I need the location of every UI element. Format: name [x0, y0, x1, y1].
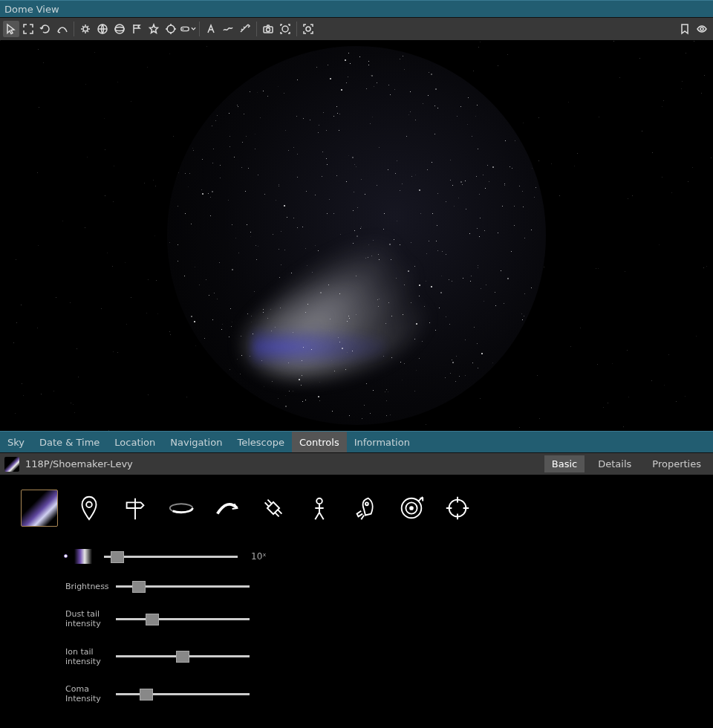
subtab-details[interactable]: Details [590, 455, 639, 472]
dome-viewport[interactable] [0, 40, 713, 431]
measure-tool[interactable] [237, 21, 253, 37]
rocket-icon[interactable] [351, 493, 380, 523]
svg-point-19 [410, 507, 413, 510]
gamepad-icon[interactable] [180, 21, 196, 37]
object-name: 118P/Shoemaker-Levy [25, 458, 133, 469]
scale-slider[interactable] [104, 556, 238, 558]
brightness-slider-row: Brightness [65, 582, 692, 591]
scale-slider-row: 10ˣ [65, 549, 692, 564]
object-bar: 118P/Shoemaker-Levy Basic Details Proper… [0, 453, 713, 475]
orbit-icon[interactable] [166, 493, 196, 523]
comet-thumbnail-large[interactable] [21, 490, 58, 527]
signpost-icon[interactable] [120, 493, 150, 523]
fullscreen-tool[interactable] [20, 21, 36, 37]
dust-slider-row: Dust tail intensity [65, 609, 692, 628]
dust-slider[interactable] [116, 618, 250, 620]
path-tool[interactable] [54, 21, 71, 37]
scale-slider-icon [65, 549, 95, 564]
tab-sky[interactable]: Sky [0, 432, 32, 452]
subtab-basic[interactable]: Basic [544, 455, 585, 472]
svg-point-8 [282, 26, 288, 32]
svg-point-11 [86, 501, 92, 507]
comet-dust-tail [234, 239, 457, 388]
eye-icon[interactable] [694, 21, 710, 37]
subtab-properties[interactable]: Properties [645, 455, 709, 472]
svg-point-10 [700, 27, 703, 30]
window-titlebar: Dome View [0, 0, 713, 18]
dome-sky [167, 46, 546, 425]
controls-panel: 10ˣ Brightness Dust tail intensity Ion t… [0, 475, 713, 728]
person-pin-icon[interactable] [305, 493, 334, 523]
tab-navigation[interactable]: Navigation [163, 432, 229, 452]
pointer-tool[interactable] [3, 21, 19, 37]
svg-point-7 [267, 28, 270, 32]
window-title: Dome View [4, 4, 59, 15]
object-thumbnail[interactable] [4, 457, 19, 472]
location-pin-icon[interactable] [74, 493, 104, 523]
camera-frame-icon[interactable] [277, 21, 293, 37]
scale-value: 10ˣ [251, 551, 267, 562]
svg-point-15 [316, 498, 322, 504]
select-focus-icon[interactable] [300, 21, 316, 37]
svg-point-0 [83, 27, 88, 31]
svg-point-3 [115, 27, 124, 31]
target-icon[interactable] [397, 493, 426, 523]
svg-rect-14 [267, 502, 279, 514]
tab-information[interactable]: Information [347, 432, 417, 452]
control-icon-row [21, 490, 692, 527]
svg-point-16 [365, 502, 368, 505]
sketch-tool[interactable] [220, 21, 236, 37]
dust-label: Dust tail intensity [65, 609, 107, 628]
tab-location[interactable]: Location [107, 432, 163, 452]
svg-point-4 [167, 25, 175, 33]
tab-datetime[interactable]: Date & Time [32, 432, 107, 452]
camera-icon[interactable] [260, 21, 276, 37]
coma-slider[interactable] [116, 693, 250, 695]
ion-slider[interactable] [116, 655, 250, 657]
ion-label: Ion tail intensity [65, 647, 107, 666]
svg-point-2 [115, 25, 124, 33]
ion-slider-row: Ion tail intensity [65, 647, 692, 666]
star-icon[interactable] [146, 21, 162, 37]
satellite-icon[interactable] [258, 493, 288, 523]
gear-icon[interactable] [77, 21, 94, 37]
globe-icon[interactable] [94, 21, 111, 37]
crosshair-large-icon[interactable] [443, 493, 472, 523]
coma-slider-row: Coma Intensity [65, 684, 692, 703]
bookmark-icon[interactable] [677, 21, 693, 37]
trajectory-icon[interactable] [212, 493, 242, 523]
svg-point-9 [306, 27, 310, 31]
svg-rect-5 [181, 27, 189, 30]
flag-icon[interactable] [128, 21, 145, 37]
label-tool[interactable] [203, 21, 219, 37]
brightness-label: Brightness [65, 582, 107, 591]
coma-label: Coma Intensity [65, 684, 107, 703]
brightness-slider[interactable] [116, 585, 250, 588]
tab-controls[interactable]: Controls [292, 432, 347, 452]
main-toolbar [0, 18, 713, 40]
bottom-tabbar: Sky Date & Time Location Navigation Tele… [0, 431, 713, 453]
comet-ion-tail [253, 328, 386, 365]
crosshair-icon[interactable] [163, 21, 179, 37]
sphere-icon[interactable] [111, 21, 128, 37]
tab-telescope[interactable]: Telescope [229, 432, 291, 452]
rotate-tool[interactable] [37, 21, 53, 37]
